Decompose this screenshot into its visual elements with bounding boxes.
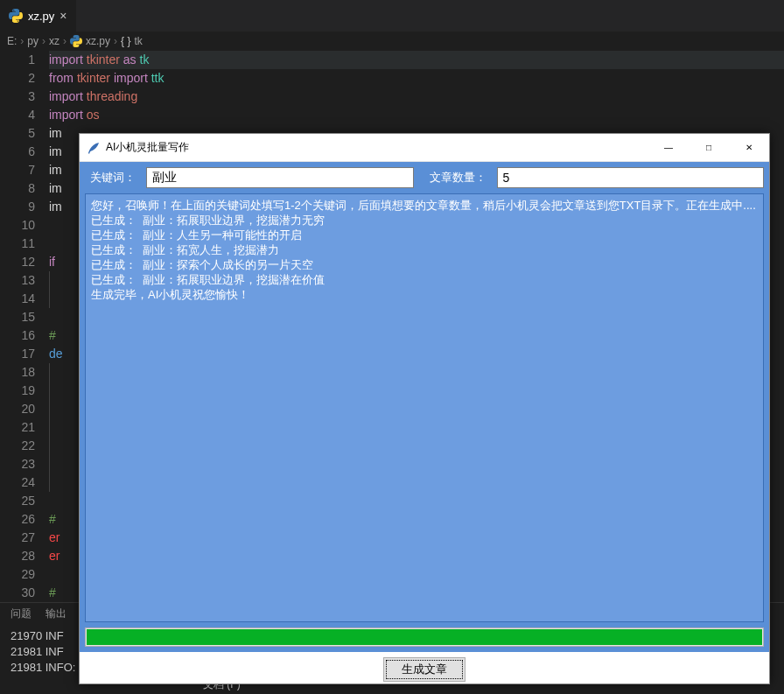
feather-icon bbox=[87, 141, 101, 155]
count-input[interactable] bbox=[497, 167, 765, 188]
python-icon bbox=[9, 9, 23, 23]
keyword-label: 关键词： bbox=[85, 167, 141, 188]
output-textarea[interactable]: 您好，召唤师！在上面的关键词处填写1-2个关键词，后面填想要的文章数量，稍后小机… bbox=[85, 193, 764, 622]
breadcrumb: E: › py › xz › xz.py › { } tk bbox=[0, 32, 784, 51]
close-icon[interactable]: × bbox=[60, 10, 66, 22]
progress-bar bbox=[85, 627, 764, 647]
progress-fill bbox=[87, 629, 762, 645]
panel-tab-output[interactable]: 输出 bbox=[46, 606, 66, 621]
minimize-button[interactable]: — bbox=[648, 134, 689, 162]
keyword-input[interactable] bbox=[146, 167, 414, 188]
breadcrumb-seg[interactable]: xz.py bbox=[70, 35, 110, 47]
breadcrumb-seg[interactable]: py bbox=[27, 35, 38, 47]
tk-title: AI小机灵批量写作 bbox=[106, 140, 648, 155]
editor-tab-bar: xz.py × bbox=[0, 0, 784, 32]
breadcrumb-seg[interactable]: { } tk bbox=[121, 35, 143, 47]
generate-button[interactable]: 生成文章 bbox=[383, 657, 466, 682]
breadcrumb-seg[interactable]: xz bbox=[49, 35, 60, 47]
editor-tab[interactable]: xz.py × bbox=[0, 0, 77, 32]
tab-filename: xz.py bbox=[28, 10, 54, 23]
input-row: 关键词： 文章数量： bbox=[85, 167, 764, 188]
count-label: 文章数量： bbox=[424, 167, 492, 188]
close-button[interactable]: ✕ bbox=[729, 134, 769, 162]
tk-body: 关键词： 文章数量： 您好，召唤师！在上面的关键词处填写1-2个关键词，后面填想… bbox=[80, 162, 769, 652]
maximize-button[interactable]: □ bbox=[689, 134, 729, 162]
panel-tab-problems[interactable]: 问题 bbox=[10, 606, 32, 621]
breadcrumb-seg[interactable]: E: bbox=[7, 35, 17, 47]
tk-titlebar[interactable]: AI小机灵批量写作 — □ ✕ bbox=[80, 134, 769, 162]
tk-app-window: AI小机灵批量写作 — □ ✕ 关键词： 文章数量： 您好，召唤师！在上面的关键… bbox=[79, 133, 770, 684]
braces-icon: { } bbox=[121, 35, 130, 47]
chevron-right-icon: › bbox=[114, 35, 117, 47]
line-gutter: 1234567891011121314151617181920212223242… bbox=[0, 51, 49, 602]
button-row: 生成文章 bbox=[80, 652, 769, 683]
chevron-right-icon: › bbox=[42, 35, 46, 47]
chevron-right-icon: › bbox=[63, 35, 66, 47]
python-icon bbox=[70, 35, 82, 47]
chevron-right-icon: › bbox=[20, 35, 24, 47]
